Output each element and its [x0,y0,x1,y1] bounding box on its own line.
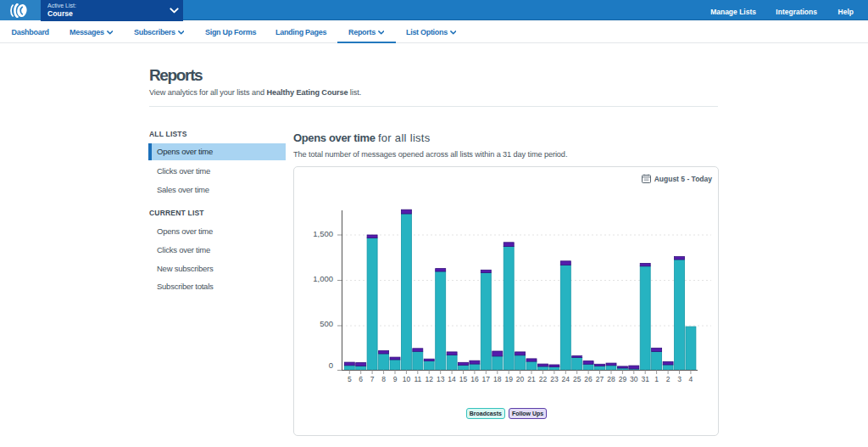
svg-text:11: 11 [414,375,421,383]
svg-text:18: 18 [493,375,502,383]
svg-text:10: 10 [403,375,411,383]
svg-text:13: 13 [437,375,445,383]
svg-text:30: 30 [630,375,638,383]
svg-text:5: 5 [348,375,352,383]
svg-text:25: 25 [573,375,581,383]
svg-text:23: 23 [550,375,559,383]
svg-text:6: 6 [359,375,363,383]
svg-text:7: 7 [370,375,375,383]
svg-text:22: 22 [539,375,548,383]
svg-text:1: 1 [654,375,659,383]
svg-text:28: 28 [607,375,615,383]
svg-text:29: 29 [619,375,627,383]
svg-text:0: 0 [329,360,333,370]
svg-text:9: 9 [393,375,398,383]
svg-text:1,500: 1,500 [313,229,333,238]
svg-text:26: 26 [584,375,593,383]
svg-text:21: 21 [527,375,536,383]
svg-text:12: 12 [425,375,433,383]
svg-text:500: 500 [320,319,333,328]
svg-text:2: 2 [666,375,670,383]
svg-text:1,000: 1,000 [313,274,333,283]
svg-text:27: 27 [596,375,604,383]
svg-text:19: 19 [504,375,513,383]
svg-text:31: 31 [641,375,649,383]
svg-text:14: 14 [448,375,456,383]
svg-text:4: 4 [689,375,693,383]
svg-text:3: 3 [677,375,682,383]
svg-text:15: 15 [459,375,468,383]
svg-text:20: 20 [516,375,525,383]
svg-text:16: 16 [470,375,479,383]
svg-text:8: 8 [381,375,386,383]
svg-text:17: 17 [482,375,491,383]
svg-text:24: 24 [562,375,570,383]
